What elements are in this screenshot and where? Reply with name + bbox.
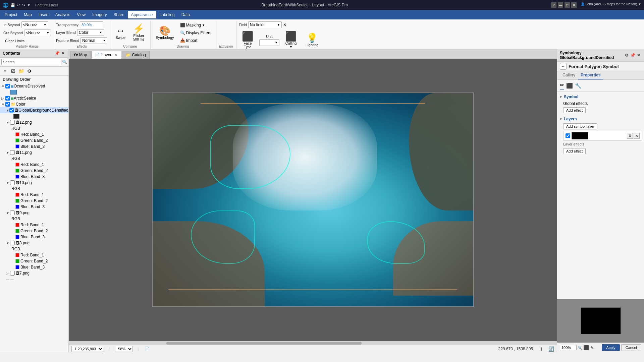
cancel-button[interactable]: Cancel xyxy=(621,344,641,351)
expand-icon[interactable]: ▼ xyxy=(6,151,10,155)
list-item[interactable]: ▼ 🖼 10.png xyxy=(0,180,68,186)
panel-pin-icon[interactable]: 📌 xyxy=(630,53,635,58)
horizontal-scrollbar[interactable] xyxy=(69,341,557,345)
expand-icon[interactable]: ▼ xyxy=(6,109,9,112)
check-all-icon[interactable]: ☑ xyxy=(9,67,17,75)
menu-map[interactable]: Map xyxy=(20,11,35,18)
list-item[interactable]: ▼ 🖼 8.png xyxy=(0,240,68,246)
list-item[interactable]: ▼ 🖼 GlobalBackgroundDensified xyxy=(0,107,68,113)
expand-icon[interactable]: ▼ xyxy=(6,241,10,245)
symbol-layer-checkbox[interactable] xyxy=(566,133,570,138)
add-symbol-effect-button[interactable]: Add effect xyxy=(563,107,586,113)
zoom-selector[interactable]: 58% xyxy=(115,346,133,352)
expand-icon[interactable]: ▼ xyxy=(1,103,5,106)
delete-layer-icon[interactable]: ✕ xyxy=(634,133,640,139)
color-picker-icon[interactable]: ⬛ xyxy=(583,345,589,350)
in-beyond-dropdown[interactable]: <None> ▼ xyxy=(21,21,48,28)
layer-checkbox[interactable] xyxy=(10,271,15,276)
menu-project[interactable]: Project xyxy=(1,11,20,18)
menu-analysis[interactable]: Analysis xyxy=(52,11,74,18)
transparency-input[interactable]: 30.0% xyxy=(80,21,103,28)
culling-button[interactable]: ⬛ Culling ▼ xyxy=(282,30,300,50)
group-icon[interactable]: 📁 xyxy=(17,67,25,75)
help-btn[interactable]: ? xyxy=(551,2,556,8)
menu-view[interactable]: View xyxy=(73,11,89,18)
list-item[interactable]: ▼ 🖼 9.png xyxy=(0,210,68,216)
swipe-button[interactable]: ↔ Swipe xyxy=(112,23,128,43)
settings-icon[interactable]: ⚙ xyxy=(25,67,33,75)
layer-blend-dropdown[interactable]: Color ▼ xyxy=(77,29,104,36)
import-button[interactable]: 📥 Import xyxy=(178,37,213,44)
list-item[interactable]: ▷ ◼ ArcticSealce xyxy=(0,95,68,101)
expand-icon[interactable]: ▷ xyxy=(1,97,5,100)
list-item[interactable]: ▼ 📁 Color xyxy=(0,101,68,107)
add-symbol-layer-button[interactable]: Add symbol layer xyxy=(563,123,597,129)
minimize-btn[interactable]: — xyxy=(558,2,563,8)
refresh-preview-icon[interactable]: ✎ xyxy=(590,345,594,350)
menu-share[interactable]: Share xyxy=(110,11,128,18)
quick-access-more[interactable]: ▼ xyxy=(27,3,31,7)
layers-section-header[interactable]: ▼ Layers xyxy=(559,116,642,122)
tab-layout[interactable]: 📄 Layout ✕ xyxy=(91,51,121,59)
menu-insert[interactable]: Insert xyxy=(35,11,52,18)
expand-icon[interactable]: ▷ xyxy=(6,272,10,275)
copy-layer-icon[interactable]: ⧉ xyxy=(627,133,633,139)
contents-close-icon[interactable]: ✕ xyxy=(60,51,66,56)
unit-dropdown[interactable]: ▼ xyxy=(259,39,279,46)
list-item[interactable]: ▼ 🖼 12.png xyxy=(0,119,68,125)
menu-data[interactable]: Data xyxy=(178,11,193,18)
field-dropdown[interactable]: No fields ▼ xyxy=(248,21,282,28)
panel-close-icon[interactable]: ✕ xyxy=(636,53,641,58)
quick-save[interactable]: 💾 xyxy=(10,3,15,7)
menu-labeling[interactable]: Labeling xyxy=(156,11,178,18)
expand-icon[interactable]: ▼ xyxy=(6,211,10,215)
lighting-button[interactable]: 💡 Lighting xyxy=(303,30,322,50)
list-item[interactable]: ▼ 🖼 11.png xyxy=(0,149,68,156)
quick-redo[interactable]: ↪ xyxy=(22,3,25,7)
field-clear-icon[interactable]: ✕ xyxy=(283,22,286,27)
quick-undo[interactable]: ↩ xyxy=(17,3,20,7)
flicker-button[interactable]: ⚡ Flicker 500 ms xyxy=(130,23,148,43)
layer-checkbox[interactable] xyxy=(10,210,15,215)
list-item[interactable]: ▷ 🖼 7.png xyxy=(0,270,68,276)
layer-checkbox[interactable] xyxy=(10,120,15,125)
symbology-button[interactable]: 🎨 Symbology xyxy=(153,23,177,43)
scale-selector[interactable]: 1:20,235,803 xyxy=(71,346,103,352)
list-view-icon[interactable]: ≡ xyxy=(1,67,9,75)
tab-catalog[interactable]: 📁 Catalog xyxy=(122,51,149,59)
list-item[interactable]: ▼ ◼ OceansDissolved xyxy=(0,83,68,89)
maximize-btn[interactable]: □ xyxy=(565,2,570,8)
layer-checkbox[interactable] xyxy=(9,108,14,113)
layer-checkbox[interactable] xyxy=(10,180,15,185)
layer-checkbox[interactable] xyxy=(5,96,10,101)
symbol-section-header[interactable]: ▼ Symbol xyxy=(559,94,642,100)
out-beyond-dropdown[interactable]: <None> ▼ xyxy=(24,29,51,36)
expand-icon[interactable]: ▼ xyxy=(6,181,10,185)
tab-close-icon[interactable]: ✕ xyxy=(115,53,117,57)
pen-tool-icon[interactable]: ✏ xyxy=(560,82,564,89)
contents-pin-icon[interactable]: 📌 xyxy=(54,51,60,56)
tab-map[interactable]: 🗺 Map xyxy=(70,51,91,59)
close-btn[interactable]: ✕ xyxy=(571,2,577,8)
panel-settings-icon[interactable]: ⚙ xyxy=(624,53,629,58)
apply-button[interactable]: Apply xyxy=(602,344,620,351)
feature-blend-dropdown[interactable]: Normal ▼ xyxy=(80,37,107,44)
wrench-tool-icon[interactable]: 🔧 xyxy=(575,82,582,89)
expand-icon[interactable]: ▼ xyxy=(1,84,5,88)
symbol-color-swatch[interactable] xyxy=(572,132,588,139)
layer-checkbox[interactable] xyxy=(10,150,15,155)
search-input[interactable] xyxy=(1,59,61,65)
tab-gallery[interactable]: Gallery xyxy=(560,71,578,79)
back-button[interactable]: ← xyxy=(560,63,567,70)
search-icon[interactable]: 🔍 xyxy=(62,60,67,64)
menu-imagery[interactable]: Imagery xyxy=(89,11,110,18)
expand-icon[interactable]: ▼ xyxy=(6,121,10,124)
layers-tool-icon[interactable]: ⬛ xyxy=(566,82,573,89)
menu-appearance[interactable]: Appearance xyxy=(128,11,156,18)
tab-properties[interactable]: Properties xyxy=(578,71,603,79)
map-canvas[interactable] xyxy=(69,59,557,341)
masking-button[interactable]: ⬛ Masking ▼ xyxy=(178,22,213,28)
add-layer-effect-button[interactable]: Add effect xyxy=(563,148,586,154)
layer-checkbox[interactable] xyxy=(5,84,10,88)
layer-checkbox[interactable] xyxy=(5,102,10,107)
